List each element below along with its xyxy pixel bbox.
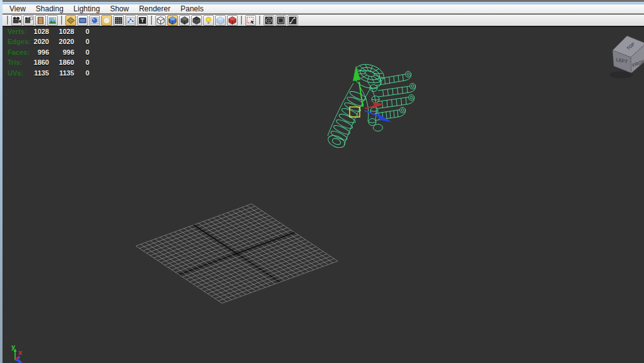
safe-title-icon[interactable] — [137, 15, 148, 26]
menu-lighting[interactable]: Lighting — [69, 4, 105, 14]
quality-sphere-icon[interactable] — [264, 15, 274, 26]
hud-label: Faces: — [8, 48, 33, 59]
manipulator-center-handle — [350, 107, 360, 117]
maya-viewport-panel: View Shading Lighting Show Renderer Pane… — [0, 0, 644, 363]
quality-box-icon[interactable] — [275, 15, 286, 26]
safe-action-icon[interactable] — [125, 15, 136, 26]
shaded-mode-icon[interactable] — [167, 15, 178, 26]
manipulator-z-axis — [365, 111, 379, 116]
manipulator-x-axis — [365, 106, 375, 109]
curve-tool-icon[interactable] — [287, 15, 298, 26]
hud-value: 1135 — [33, 69, 49, 79]
resolution-gate-icon[interactable] — [89, 15, 100, 26]
camera-attributes-icon[interactable] — [23, 15, 34, 26]
toolbar-separator — [151, 16, 152, 25]
grid-toggle-icon[interactable] — [65, 15, 76, 26]
manipulator-y-axis — [359, 82, 363, 107]
toolbar-separator — [61, 16, 62, 25]
menu-renderer[interactable]: Renderer — [134, 4, 175, 14]
hud-value: 996 — [49, 48, 74, 59]
panel-focus-border — [0, 0, 3, 363]
hud-value: 0 — [74, 59, 89, 69]
textured-mode-icon[interactable] — [191, 15, 202, 26]
bookmarks-icon[interactable] — [35, 15, 46, 26]
window-accent-edge — [0, 2, 644, 4]
menu-view[interactable]: View — [4, 4, 31, 14]
image-plane-icon[interactable] — [47, 15, 58, 26]
hud-value: 0 — [74, 38, 89, 48]
hud-value: 1135 — [49, 69, 74, 79]
toolbar-separator — [241, 16, 242, 25]
hud-label: Verts: — [8, 28, 33, 38]
gate-mask-icon[interactable] — [101, 15, 112, 26]
wireframe-mode-icon[interactable] — [155, 15, 166, 26]
hud-value: 0 — [74, 48, 89, 59]
poly-count-hud: Verts: 1028 1028 0 Edges: 2020 2020 0 Fa… — [8, 28, 89, 79]
axis-y-label: y — [11, 343, 16, 350]
ground-grid — [136, 204, 338, 303]
wireframe-hand-model — [326, 61, 416, 150]
hud-value: 0 — [74, 69, 89, 79]
axis-z-label: z — [17, 354, 21, 362]
toolbar-separator — [7, 16, 8, 25]
hud-label: Tris: — [8, 59, 33, 69]
hud-value: 1028 — [49, 28, 74, 38]
flat-shade-mode-icon[interactable] — [179, 15, 190, 26]
menu-show[interactable]: Show — [105, 4, 134, 14]
translate-manipulator — [350, 65, 392, 122]
hud-value: 2020 — [49, 38, 74, 48]
backface-culling-icon[interactable] — [227, 15, 238, 26]
hud-label: Edges: — [8, 38, 33, 48]
menu-shading[interactable]: Shading — [31, 4, 69, 14]
select-camera-icon[interactable] — [11, 15, 22, 26]
use-all-lights-icon[interactable] — [203, 15, 214, 26]
hud-label: UVs: — [8, 69, 33, 79]
hud-value: 1028 — [33, 28, 49, 38]
isolate-select-icon[interactable] — [245, 15, 256, 26]
xray-display-icon[interactable] — [215, 15, 226, 26]
hud-value: 996 — [33, 48, 49, 59]
menu-panels[interactable]: Panels — [175, 4, 209, 14]
axis-x-label: x — [18, 349, 23, 356]
perspective-viewport[interactable]: Verts: 1028 1028 0 Edges: 2020 2020 0 Fa… — [0, 27, 644, 363]
field-chart-icon[interactable] — [113, 15, 124, 26]
hud-value: 0 — [74, 28, 89, 38]
panel-toolbar — [3, 14, 644, 27]
toolbar-separator — [259, 16, 260, 25]
axis-gizmo: y x z — [11, 343, 23, 363]
hud-value: 1860 — [49, 59, 74, 69]
film-gate-icon[interactable] — [77, 15, 88, 26]
view-cube[interactable]: TOP LEFT FRONT — [605, 30, 644, 82]
hud-value: 1860 — [33, 59, 49, 69]
scene-graphics: y x z — [0, 0, 644, 363]
hud-value: 2020 — [33, 38, 49, 48]
panel-menubar: View Shading Lighting Show Renderer Pane… — [3, 4, 644, 14]
